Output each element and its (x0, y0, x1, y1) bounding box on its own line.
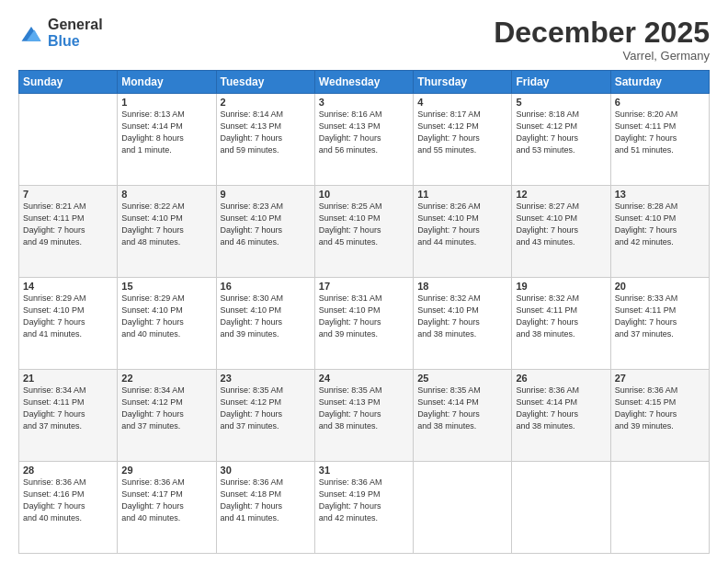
month-title: December 2025 (494, 17, 710, 49)
day-number: 14 (23, 281, 113, 292)
table-row: 4Sunrise: 8:17 AM Sunset: 4:12 PM Daylig… (414, 94, 512, 186)
header: General Blue December 2025 Varrel, Germa… (18, 17, 710, 63)
table-row: 18Sunrise: 8:32 AM Sunset: 4:10 PM Dayli… (414, 278, 512, 370)
calendar-week-2: 7Sunrise: 8:21 AM Sunset: 4:11 PM Daylig… (19, 186, 710, 278)
day-number: 4 (417, 97, 507, 108)
table-row: 11Sunrise: 8:26 AM Sunset: 4:10 PM Dayli… (414, 186, 512, 278)
calendar-week-4: 21Sunrise: 8:34 AM Sunset: 4:11 PM Dayli… (19, 370, 710, 462)
table-row: 1Sunrise: 8:13 AM Sunset: 4:14 PM Daylig… (118, 94, 216, 186)
day-number: 29 (121, 465, 211, 476)
day-info: Sunrise: 8:17 AM Sunset: 4:12 PM Dayligh… (417, 109, 507, 156)
day-number: 31 (319, 465, 409, 476)
logo-text: General Blue (48, 17, 103, 49)
day-number: 17 (319, 281, 409, 292)
day-number: 24 (319, 373, 409, 384)
day-number: 11 (417, 189, 507, 200)
table-row (414, 462, 512, 554)
table-row (512, 462, 610, 554)
day-number: 28 (23, 465, 113, 476)
day-info: Sunrise: 8:13 AM Sunset: 4:14 PM Dayligh… (121, 109, 211, 156)
table-row: 17Sunrise: 8:31 AM Sunset: 4:10 PM Dayli… (314, 278, 413, 370)
day-info: Sunrise: 8:26 AM Sunset: 4:10 PM Dayligh… (417, 201, 507, 248)
table-row (19, 94, 118, 186)
day-info: Sunrise: 8:36 AM Sunset: 4:14 PM Dayligh… (516, 385, 606, 432)
day-info: Sunrise: 8:32 AM Sunset: 4:10 PM Dayligh… (417, 293, 507, 340)
day-number: 10 (319, 189, 409, 200)
table-row: 29Sunrise: 8:36 AM Sunset: 4:17 PM Dayli… (118, 462, 216, 554)
table-row: 12Sunrise: 8:27 AM Sunset: 4:10 PM Dayli… (512, 186, 610, 278)
day-number: 27 (615, 373, 705, 384)
table-row: 21Sunrise: 8:34 AM Sunset: 4:11 PM Dayli… (19, 370, 118, 462)
day-info: Sunrise: 8:28 AM Sunset: 4:10 PM Dayligh… (615, 201, 705, 248)
day-number: 25 (417, 373, 507, 384)
day-info: Sunrise: 8:20 AM Sunset: 4:11 PM Dayligh… (615, 109, 705, 156)
table-row: 6Sunrise: 8:20 AM Sunset: 4:11 PM Daylig… (610, 94, 709, 186)
col-monday: Monday (118, 71, 216, 94)
col-thursday: Thursday (414, 71, 512, 94)
table-row: 22Sunrise: 8:34 AM Sunset: 4:12 PM Dayli… (118, 370, 216, 462)
day-number: 9 (221, 189, 311, 200)
title-block: December 2025 Varrel, Germany (494, 17, 710, 63)
day-number: 21 (23, 373, 113, 384)
day-number: 1 (121, 97, 211, 108)
logo-icon (18, 20, 44, 46)
day-number: 26 (516, 373, 606, 384)
calendar-week-3: 14Sunrise: 8:29 AM Sunset: 4:10 PM Dayli… (19, 278, 710, 370)
day-info: Sunrise: 8:33 AM Sunset: 4:11 PM Dayligh… (615, 293, 705, 340)
table-row: 16Sunrise: 8:30 AM Sunset: 4:10 PM Dayli… (216, 278, 314, 370)
calendar-week-5: 28Sunrise: 8:36 AM Sunset: 4:16 PM Dayli… (19, 462, 710, 554)
day-info: Sunrise: 8:22 AM Sunset: 4:10 PM Dayligh… (121, 201, 211, 248)
table-row: 19Sunrise: 8:32 AM Sunset: 4:11 PM Dayli… (512, 278, 610, 370)
table-row: 3Sunrise: 8:16 AM Sunset: 4:13 PM Daylig… (314, 94, 413, 186)
day-info: Sunrise: 8:35 AM Sunset: 4:12 PM Dayligh… (221, 385, 311, 432)
day-number: 22 (121, 373, 211, 384)
day-number: 3 (319, 97, 409, 108)
table-row: 14Sunrise: 8:29 AM Sunset: 4:10 PM Dayli… (19, 278, 118, 370)
day-info: Sunrise: 8:36 AM Sunset: 4:19 PM Dayligh… (319, 477, 409, 524)
table-row: 24Sunrise: 8:35 AM Sunset: 4:13 PM Dayli… (314, 370, 413, 462)
day-info: Sunrise: 8:29 AM Sunset: 4:10 PM Dayligh… (23, 293, 113, 340)
day-number: 12 (516, 189, 606, 200)
day-info: Sunrise: 8:35 AM Sunset: 4:13 PM Dayligh… (319, 385, 409, 432)
logo: General Blue (18, 17, 103, 49)
table-row: 20Sunrise: 8:33 AM Sunset: 4:11 PM Dayli… (610, 278, 709, 370)
table-row: 23Sunrise: 8:35 AM Sunset: 4:12 PM Dayli… (216, 370, 314, 462)
day-info: Sunrise: 8:34 AM Sunset: 4:11 PM Dayligh… (23, 385, 113, 432)
day-number: 15 (121, 281, 211, 292)
table-row: 2Sunrise: 8:14 AM Sunset: 4:13 PM Daylig… (216, 94, 314, 186)
table-row: 10Sunrise: 8:25 AM Sunset: 4:10 PM Dayli… (314, 186, 413, 278)
day-number: 5 (516, 97, 606, 108)
day-info: Sunrise: 8:16 AM Sunset: 4:13 PM Dayligh… (319, 109, 409, 156)
day-info: Sunrise: 8:31 AM Sunset: 4:10 PM Dayligh… (319, 293, 409, 340)
logo-general: General (48, 17, 103, 33)
day-info: Sunrise: 8:14 AM Sunset: 4:13 PM Dayligh… (221, 109, 311, 156)
calendar-table: Sunday Monday Tuesday Wednesday Thursday… (18, 70, 710, 554)
location: Varrel, Germany (494, 49, 710, 63)
table-row: 30Sunrise: 8:36 AM Sunset: 4:18 PM Dayli… (216, 462, 314, 554)
day-info: Sunrise: 8:25 AM Sunset: 4:10 PM Dayligh… (319, 201, 409, 248)
table-row: 9Sunrise: 8:23 AM Sunset: 4:10 PM Daylig… (216, 186, 314, 278)
col-tuesday: Tuesday (216, 71, 314, 94)
day-info: Sunrise: 8:21 AM Sunset: 4:11 PM Dayligh… (23, 201, 113, 248)
day-info: Sunrise: 8:34 AM Sunset: 4:12 PM Dayligh… (121, 385, 211, 432)
table-row: 25Sunrise: 8:35 AM Sunset: 4:14 PM Dayli… (414, 370, 512, 462)
col-saturday: Saturday (610, 71, 709, 94)
day-info: Sunrise: 8:29 AM Sunset: 4:10 PM Dayligh… (121, 293, 211, 340)
table-row: 5Sunrise: 8:18 AM Sunset: 4:12 PM Daylig… (512, 94, 610, 186)
page: General Blue December 2025 Varrel, Germa… (0, 0, 728, 563)
logo-blue: Blue (48, 33, 103, 50)
day-number: 20 (615, 281, 705, 292)
day-info: Sunrise: 8:27 AM Sunset: 4:10 PM Dayligh… (516, 201, 606, 248)
day-info: Sunrise: 8:18 AM Sunset: 4:12 PM Dayligh… (516, 109, 606, 156)
table-row: 13Sunrise: 8:28 AM Sunset: 4:10 PM Dayli… (610, 186, 709, 278)
day-number: 30 (221, 465, 311, 476)
table-row: 7Sunrise: 8:21 AM Sunset: 4:11 PM Daylig… (19, 186, 118, 278)
day-info: Sunrise: 8:30 AM Sunset: 4:10 PM Dayligh… (221, 293, 311, 340)
col-friday: Friday (512, 71, 610, 94)
table-row: 28Sunrise: 8:36 AM Sunset: 4:16 PM Dayli… (19, 462, 118, 554)
day-number: 8 (121, 189, 211, 200)
table-row: 15Sunrise: 8:29 AM Sunset: 4:10 PM Dayli… (118, 278, 216, 370)
table-row: 27Sunrise: 8:36 AM Sunset: 4:15 PM Dayli… (610, 370, 709, 462)
day-info: Sunrise: 8:35 AM Sunset: 4:14 PM Dayligh… (417, 385, 507, 432)
day-info: Sunrise: 8:32 AM Sunset: 4:11 PM Dayligh… (516, 293, 606, 340)
